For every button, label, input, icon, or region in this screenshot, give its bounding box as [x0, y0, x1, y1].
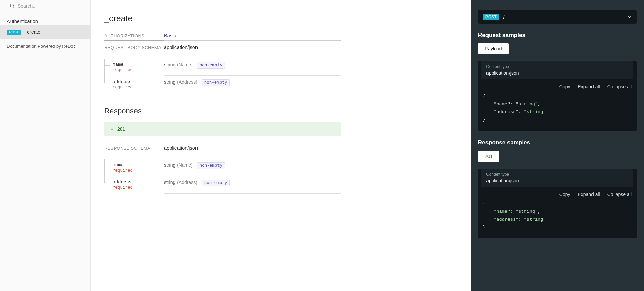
request-body-schema-label: REQUEST BODY SCHEMA: [104, 45, 164, 52]
param-name: name [112, 62, 164, 67]
response-code: 201 [117, 126, 125, 132]
expand-all-button[interactable]: Expand all [578, 192, 600, 197]
search-row [3, 0, 88, 12]
request-sample-card: Content type application/json Copy Expan… [478, 61, 637, 131]
endpoint-path: / [503, 14, 627, 20]
chevron-down-icon [627, 15, 632, 19]
param-tag: non-empty [197, 62, 225, 69]
authorizations-label: AUTHORIZATIONS: [104, 33, 164, 41]
samples-panel: POST / Request samples Payload Content t… [471, 0, 644, 291]
response-sample-card: Content type application/json Copy Expan… [478, 169, 637, 238]
schema-param-cell: address required [104, 176, 164, 194]
param-name: address [112, 79, 164, 84]
param-name: name [112, 162, 164, 167]
schema-type-cell: string (Name) non-empty [164, 59, 341, 76]
param-required: required [112, 185, 164, 190]
request-body-schema-value: application/json [164, 45, 198, 50]
content-type-value: application/json [486, 178, 628, 183]
param-tag: non-empty [197, 162, 225, 169]
collapse-all-button[interactable]: Collapse all [607, 84, 632, 89]
response-201-bar[interactable]: 201 [104, 122, 341, 136]
sidebar: Authentication POST _create Documentatio… [0, 0, 91, 291]
footer-redoc-link[interactable]: Documentation Powered by ReDoc [0, 39, 90, 53]
param-type: string [164, 79, 175, 85]
param-title: (Name) [177, 62, 193, 67]
param-tag: non-empty [202, 180, 230, 186]
response-201-tab[interactable]: 201 [478, 151, 499, 162]
param-required: required [112, 85, 164, 90]
chevron-down-icon [110, 127, 115, 131]
nav-section-authentication[interactable]: Authentication [0, 12, 90, 25]
param-required: required [112, 168, 164, 173]
param-title: (Name) [177, 162, 193, 168]
collapse-all-button[interactable]: Collapse all [607, 192, 632, 197]
search-input[interactable] [18, 3, 81, 9]
param-type: string [164, 162, 175, 168]
responses-heading: Responses [104, 107, 457, 115]
schema-row-name: name required string (Name) non-empty [104, 59, 341, 76]
schema-param-cell: name required [104, 59, 164, 76]
expand-all-button[interactable]: Expand all [578, 84, 600, 89]
response-schema-row: RESPONSE SCHEMA: application/json [104, 145, 341, 153]
main-panel: _create AUTHORIZATIONS: Basic REQUEST BO… [91, 0, 471, 291]
svg-line-1 [13, 7, 14, 8]
param-title: (Address) [177, 79, 198, 85]
code-actions: Copy Expand all Collapse all [478, 79, 637, 91]
schema-row-address: address required string (Address) non-em… [104, 76, 341, 93]
method-badge: POST [483, 14, 499, 20]
schema-param-cell: name required [104, 159, 164, 176]
content-type-box[interactable]: Content type application/json [481, 169, 633, 187]
endpoint-path-bar[interactable]: POST / [478, 10, 637, 24]
nav-item-create[interactable]: POST _create [0, 25, 90, 39]
code-actions: Copy Expand all Collapse all [478, 187, 637, 198]
endpoint-title: _create [104, 14, 457, 23]
content-type-value: application/json [486, 70, 628, 76]
authorizations-value[interactable]: Basic [164, 33, 176, 38]
schema-row-name: name required string (Name) non-empty [104, 159, 341, 176]
response-schema-value: application/json [164, 145, 198, 151]
copy-button[interactable]: Copy [559, 84, 570, 89]
response-schema-table: name required string (Name) non-empty ad… [104, 159, 341, 194]
schema-type-cell: string (Name) non-empty [164, 159, 341, 176]
content-type-label: Content type [486, 172, 628, 177]
param-name: address [112, 180, 164, 185]
param-required: required [112, 68, 164, 72]
authorizations-row: AUTHORIZATIONS: Basic [104, 33, 341, 41]
response-json-sample[interactable]: { "name": "string", "address": "string" … [478, 198, 637, 233]
method-badge: POST [7, 30, 21, 35]
param-tag: non-empty [202, 79, 230, 86]
response-schema-label: RESPONSE SCHEMA: [104, 146, 164, 153]
payload-tab[interactable]: Payload [478, 43, 509, 54]
schema-type-cell: string (Address) non-empty [164, 76, 341, 93]
param-type: string [164, 180, 175, 185]
request-json-sample[interactable]: { "name": "string", "address": "string" … [478, 91, 637, 126]
search-icon [9, 3, 15, 9]
request-samples-heading: Request samples [478, 32, 637, 39]
param-title: (Address) [177, 180, 198, 185]
nav-item-label: _create [24, 29, 40, 35]
svg-point-0 [10, 4, 13, 7]
copy-button[interactable]: Copy [559, 192, 570, 197]
param-type: string [164, 62, 175, 67]
response-samples-heading: Response samples [478, 139, 637, 146]
schema-row-address: address required string (Address) non-em… [104, 176, 341, 194]
schema-type-cell: string (Address) non-empty [164, 176, 341, 194]
schema-param-cell: address required [104, 76, 164, 93]
request-body-schema-row: REQUEST BODY SCHEMA: application/json [104, 45, 341, 52]
content-type-label: Content type [486, 64, 628, 69]
content-type-box[interactable]: Content type application/json [481, 61, 633, 79]
request-schema-table: name required string (Name) non-empty ad… [104, 59, 341, 93]
